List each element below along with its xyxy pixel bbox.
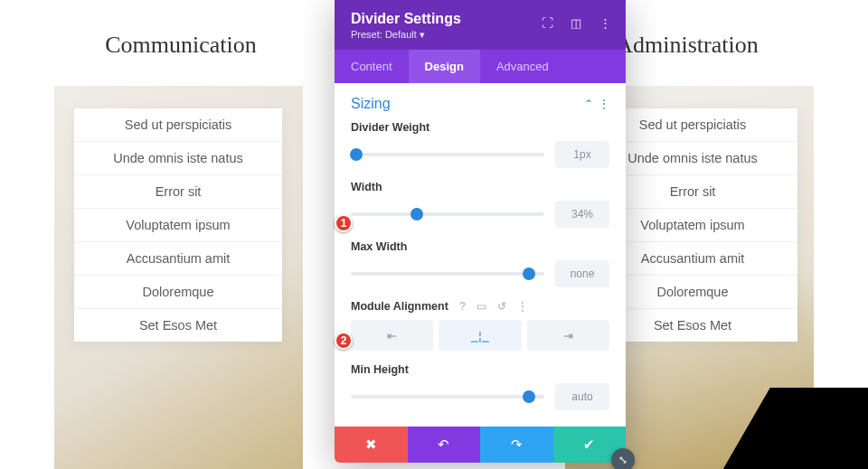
undo-button[interactable]: ↶: [408, 427, 481, 463]
menu-dots-icon[interactable]: ⋮: [593, 11, 617, 34]
label-module-alignment: Module Alignment: [351, 300, 448, 313]
expand-icon[interactable]: ⛶: [535, 11, 559, 34]
list-item[interactable]: Unde omnis iste natus: [74, 142, 282, 175]
align-center-button[interactable]: ⎯¦⎯: [439, 320, 521, 351]
slider-width[interactable]: [351, 212, 544, 216]
list-item[interactable]: Set Esos Met: [74, 309, 282, 342]
value-divider-weight[interactable]: 1px: [555, 141, 609, 168]
slider-divider-weight[interactable]: [351, 153, 544, 156]
resize-handle[interactable]: ⤡: [611, 448, 635, 469]
tab-design[interactable]: Design: [409, 50, 480, 83]
label-max-width: Max Width: [351, 240, 609, 253]
annotation-marker-2: 2: [335, 332, 353, 350]
cancel-button[interactable]: ✖: [335, 427, 408, 463]
tab-content[interactable]: Content: [335, 50, 409, 83]
list-item[interactable]: Voluptatem ipsum: [74, 209, 282, 242]
undo-mini-icon[interactable]: ↺: [497, 300, 506, 313]
responsive-icon[interactable]: ◫: [564, 11, 588, 34]
value-width[interactable]: 34%: [555, 201, 609, 228]
modal-header[interactable]: Divider Settings Preset: Default ▾ ⛶ ◫ ⋮: [335, 0, 626, 50]
list-item[interactable]: Accusantium amit: [74, 242, 282, 276]
list-card-left: Sed ut perspiciatis Unde omnis iste natu…: [74, 108, 282, 342]
align-left-button[interactable]: ⇤: [351, 320, 433, 351]
list-item[interactable]: Doloremque: [74, 276, 282, 309]
dots-mini-icon[interactable]: ⋮: [517, 300, 528, 313]
annotation-marker-1: 1: [335, 214, 353, 232]
slider-max-width[interactable]: [351, 272, 544, 276]
align-right-button[interactable]: ⇥: [527, 320, 609, 351]
label-divider-weight: Divider Weight: [351, 121, 609, 134]
modal-tabs: Content Design Advanced: [335, 50, 626, 83]
section-title[interactable]: Sizing: [351, 96, 391, 112]
value-min-height[interactable]: auto: [555, 383, 609, 410]
redo-button[interactable]: ↷: [480, 427, 553, 463]
value-max-width[interactable]: none: [555, 260, 609, 287]
help-icon[interactable]: ?: [459, 300, 466, 313]
settings-modal: Divider Settings Preset: Default ▾ ⛶ ◫ ⋮…: [335, 0, 626, 463]
tab-advanced[interactable]: Advanced: [480, 50, 565, 83]
label-min-height: Min Height: [351, 363, 609, 376]
section-menu-icon[interactable]: ⋮: [599, 98, 609, 110]
list-item[interactable]: Sed ut perspiciatis: [74, 108, 282, 142]
list-item[interactable]: Error sit: [74, 175, 282, 209]
column-title-left: Communication: [54, 32, 307, 59]
chevron-up-icon[interactable]: ⌃: [584, 98, 593, 110]
phone-icon[interactable]: ▭: [476, 300, 486, 313]
slider-min-height[interactable]: [351, 395, 544, 399]
label-width: Width: [351, 181, 609, 193]
